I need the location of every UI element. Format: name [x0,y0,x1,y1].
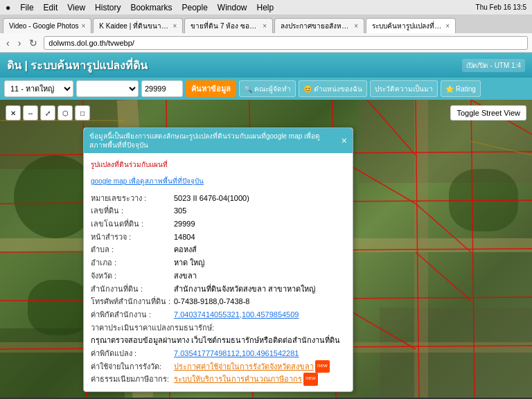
emoji-search-icon: 🔍 [244,85,252,93]
menu-people[interactable]: People [181,3,207,12]
forward-button[interactable]: › [16,37,24,48]
tab-4-close[interactable]: × [354,22,358,30]
history-button[interactable]: ประวัติความเป็นมา [370,80,438,97]
field-row-1: เลขที่ดิน : 305 [91,204,346,218]
menu-bookmarks[interactable]: Bookmarks [130,3,172,12]
field-row-10: วาคาประเมินราคาแปลงกรมธนารักษ์: กรุณาตรว… [91,321,346,347]
field-value-11[interactable]: 7.03541777498112,100.4961542281 [174,347,299,360]
toggle-streetview-button[interactable]: Toggle Street View [450,105,526,121]
my-location-button[interactable]: 😊 ตำแหน่งของฉัน [299,80,367,97]
province-select[interactable]: 11 - หาดใหญ่ [4,80,73,97]
field-label-6: จังหวัด : [91,269,174,283]
tab-3[interactable]: ขายที่ดิน 7 ห้อง ซอย 22 กรา... × [184,18,273,33]
search-button[interactable]: ค้นหาข้อมูล [186,80,236,97]
svg-line-19 [416,252,471,301]
reload-button[interactable]: ↻ [27,37,39,48]
field-row-11: ค่าพิกัดแปลง : 7.03541777498112,100.4961… [91,347,346,360]
menu-window[interactable]: Window [218,3,247,12]
field-row-5: อำเภอ : หาด ใหญ่ [91,256,346,269]
district-select[interactable] [76,80,139,97]
field-label-11: ค่าพิกัดแปลง : [91,347,174,360]
tab-2-close[interactable]: × [172,22,177,30]
field-value-13[interactable]: ระบบให้บริการในการคำนวณภาษีอากร [174,373,302,386]
field-row-9: ค่าพิกัดสำนักงาน : 7.04037414055321,100.… [91,308,346,321]
menu-history[interactable]: History [95,3,121,12]
menu-view[interactable]: View [67,3,85,12]
map-close-btn[interactable]: ✕ [6,105,21,121]
field-value-1: 305 [174,204,186,218]
field-row-13: ค่าธรรมเนียมภาษีอากร: ระบบให้บริการในการ… [91,373,346,386]
svg-line-22 [367,100,416,155]
field-value-8: 0-7438-9188,0-7438-8 [174,295,249,308]
svg-line-16 [416,204,471,252]
rating-button[interactable]: ⭐ Rating [441,80,481,97]
field-value-10: กรุณาตรวจสอบข้อมูลผ่านทาง เว็บไซต์กรมธนา… [91,334,340,347]
tab-3-label: ขายที่ดิน 7 ห้อง ซอย 22 กรา... [190,21,260,31]
field-value-5: หาด ใหญ่ [174,256,204,269]
svg-line-9 [416,100,419,398]
map-pan-btn[interactable]: ↔ [23,105,38,121]
tab-4[interactable]: ลงประกาศขายอสังหาริมทรัพย์และที่ดินฟรี..… [274,18,364,33]
tab-5-label: ระบบค้นหารูปแปลงที่ดิน [372,21,443,31]
field-label-5: อำเภอ : [91,256,174,269]
map-controls: ✕ ↔ ⤢ ⬡ □ [6,105,90,121]
utm-badge: เปิด/ปิด - UTM 1:4 [462,59,525,72]
field-label-2: เลขโฉนดที่ดิน : [91,218,174,231]
new-badge-12: new [315,360,330,373]
menu-help[interactable]: Help [257,3,274,12]
emoji-face-icon: 😊 [303,85,312,93]
field-label-8: โทรศัพท์สำนักงานที่ดิน : [91,295,174,308]
popup-header: ข้อมูลนี้เป็นเพียงการแสดงลักษณะรูปแปลงที… [84,128,353,153]
field-value-3: 14804 [174,231,195,244]
tab-1-label: Video - Google Photos [9,22,78,30]
search-input[interactable] [141,80,183,97]
apple-menu[interactable]: ● [6,3,10,12]
app-title: ดิน | ระบบค้นหารูปแปลงที่ดิน [7,57,148,74]
field-row-8: โทรศัพท์สำนักงานที่ดิน : 0-7438-9188,0-7… [91,295,346,308]
field-row-0: หมายเลขระวาง : 5023 II 6476-04(1000) [91,192,346,205]
field-label-12: ค่าใช้จ่ายในการรังวัด: [91,360,174,373]
google-map-link-row: google map เพื่อดูสภาพพื้นที่ที่ปัจจุบัน [91,175,346,188]
field-label-9: ค่าพิกัดสำนักงาน : [91,308,174,321]
field-value-6: สงขลา [174,269,197,283]
tab-2[interactable]: K Kaidee | ที่ดินขนาดใหญ่ ล้านแปล... × [93,18,183,33]
popup-warning: รูปแปลงที่ดินร่วมกับแผนที่ [91,159,346,170]
tab-5-close[interactable]: × [445,22,450,30]
popup-title: ข้อมูลนี้เป็นเพียงการแสดงลักษณะรูปแปลงที… [89,132,325,150]
url-input[interactable] [44,36,528,50]
menu-edit[interactable]: Edit [44,3,58,12]
back-button[interactable]: ‹ [4,37,12,48]
field-value-9[interactable]: 7.04037414055321,100.4579854509 [174,308,299,321]
popup-close-button[interactable]: × [342,136,347,145]
map-area[interactable]: ✕ ↔ ⤢ ⬡ □ Toggle Street View ข้อมูลนี้เป… [0,100,532,398]
tab-1[interactable]: Video - Google Photos × [3,18,91,33]
field-value-12[interactable]: ประกาศค่าใช้จ่ายในการรังวัดจังหวัดสงขลา [174,360,314,373]
field-label-0: หมายเลขระวาง : [91,192,174,205]
manage-users-button[interactable]: 🔍 คณะผู้จัดทำ [239,80,296,97]
field-row-12: ค่าใช้จ่ายในการรังวัด: ประกาศค่าใช้จ่ายใ… [91,360,346,373]
star-icon: ⭐ [445,85,454,93]
field-row-3: หน้าสำรวจ : 14804 [91,231,346,244]
field-label-10: วาคาประเมินราคาแปลงกรมธนารักษ์: [91,321,214,335]
tab-4-label: ลงประกาศขายอสังหาริมทรัพย์และที่ดินฟรี..… [281,21,351,31]
field-label-13: ค่าธรรมเนียมภาษีอากร: [91,373,174,386]
system-time: Thu Feb 16 13:5 [476,3,526,11]
field-value-2: 29999 [174,218,195,231]
tab-2-label: K Kaidee | ที่ดินขนาดใหญ่ ล้านแปล... [99,21,170,31]
field-label-3: หน้าสำรวจ : [91,231,174,244]
field-value-7: สำนักงานที่ดินจังหวัดสงขลา สาขาหาดใหญ่ [174,283,315,296]
menu-file[interactable]: File [20,3,33,12]
map-measure-btn[interactable]: ⬡ [57,105,73,121]
popup-body: รูปแปลงที่ดินร่วมกับแผนที่ google map เพ… [84,153,353,391]
google-map-link[interactable]: google map เพื่อดูสภาพพื้นที่ที่ปัจจุบัน [91,177,204,185]
map-zoom-btn[interactable]: ⤢ [40,105,55,121]
field-row-4: ตำบล : คอหงส์ [91,243,346,256]
svg-line-25 [471,141,532,155]
tab-3-close[interactable]: × [263,22,267,30]
info-popup: ข้อมูลนี้เป็นเพียงการแสดงลักษณะรูปแปลงที… [83,127,353,392]
app-header: ดิน | ระบบค้นหารูปแปลงที่ดิน เปิด/ปิด - … [0,53,532,78]
tab-5[interactable]: ระบบค้นหารูปแปลงที่ดิน × [366,18,456,33]
map-select-btn[interactable]: □ [75,105,90,121]
tab-1-close[interactable]: × [81,22,85,30]
field-label-4: ตำบล : [91,243,174,256]
